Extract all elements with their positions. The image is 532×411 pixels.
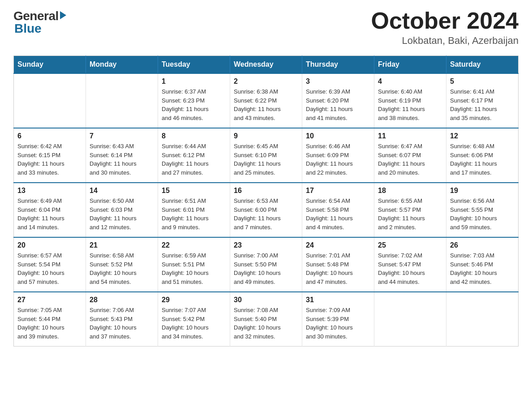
- calendar-cell: 18Sunrise: 6:55 AMSunset: 5:57 PMDayligh…: [374, 183, 446, 237]
- calendar-cell: 12Sunrise: 6:48 AMSunset: 6:06 PMDayligh…: [446, 128, 519, 183]
- day-number: 5: [450, 77, 515, 86]
- calendar-cell: 2Sunrise: 6:38 AMSunset: 6:22 PMDaylight…: [230, 73, 302, 128]
- calendar-week-row: 27Sunrise: 7:05 AMSunset: 5:44 PMDayligh…: [14, 292, 519, 347]
- day-number: 31: [306, 296, 370, 304]
- day-of-week-friday: Friday: [374, 56, 446, 74]
- calendar-cell: 21Sunrise: 6:58 AMSunset: 5:52 PMDayligh…: [86, 237, 158, 292]
- day-info: Sunrise: 6:51 AMSunset: 6:01 PMDaylight:…: [162, 197, 226, 231]
- calendar-week-row: 13Sunrise: 6:49 AMSunset: 6:04 PMDayligh…: [14, 183, 519, 237]
- day-number: 11: [378, 132, 442, 140]
- calendar-cell: 9Sunrise: 6:45 AMSunset: 6:10 PMDaylight…: [230, 128, 302, 183]
- day-number: 13: [17, 187, 82, 195]
- day-number: 12: [450, 132, 515, 140]
- day-of-week-thursday: Thursday: [302, 56, 374, 74]
- day-info: Sunrise: 7:06 AMSunset: 5:43 PMDaylight:…: [90, 306, 154, 341]
- day-info: Sunrise: 6:46 AMSunset: 6:09 PMDaylight:…: [306, 142, 370, 177]
- day-number: 1: [162, 77, 226, 86]
- calendar-cell: 8Sunrise: 6:44 AMSunset: 6:12 PMDaylight…: [158, 128, 230, 183]
- calendar-table: SundayMondayTuesdayWednesdayThursdayFrid…: [13, 56, 519, 347]
- calendar-cell: 11Sunrise: 6:47 AMSunset: 6:07 PMDayligh…: [374, 128, 446, 183]
- day-info: Sunrise: 7:09 AMSunset: 5:39 PMDaylight:…: [306, 306, 370, 341]
- day-number: 21: [90, 241, 154, 249]
- day-number: 18: [378, 187, 442, 195]
- calendar-cell: 7Sunrise: 6:43 AMSunset: 6:14 PMDaylight…: [86, 128, 158, 183]
- day-info: Sunrise: 6:40 AMSunset: 6:19 PMDaylight:…: [378, 87, 442, 122]
- calendar-cell: 15Sunrise: 6:51 AMSunset: 6:01 PMDayligh…: [158, 183, 230, 237]
- calendar-cell: 3Sunrise: 6:39 AMSunset: 6:20 PMDaylight…: [302, 73, 374, 128]
- day-number: 8: [162, 132, 226, 140]
- day-number: 27: [17, 296, 82, 304]
- calendar-week-row: 6Sunrise: 6:42 AMSunset: 6:15 PMDaylight…: [14, 128, 519, 183]
- day-info: Sunrise: 7:07 AMSunset: 5:42 PMDaylight:…: [162, 306, 226, 341]
- logo: General Blue: [13, 9, 66, 36]
- page-header: General Blue October 2024 Lokbatan, Baki…: [13, 9, 519, 47]
- calendar-cell: 31Sunrise: 7:09 AMSunset: 5:39 PMDayligh…: [302, 292, 374, 347]
- day-info: Sunrise: 7:03 AMSunset: 5:46 PMDaylight:…: [450, 251, 515, 286]
- day-info: Sunrise: 6:55 AMSunset: 5:57 PMDaylight:…: [378, 197, 442, 231]
- calendar-cell: 28Sunrise: 7:06 AMSunset: 5:43 PMDayligh…: [86, 292, 158, 347]
- day-number: 24: [306, 241, 370, 249]
- calendar-cell: 26Sunrise: 7:03 AMSunset: 5:46 PMDayligh…: [446, 237, 519, 292]
- day-number: 4: [378, 77, 442, 86]
- logo-blue-text: Blue: [14, 21, 42, 36]
- calendar-cell: [86, 73, 158, 128]
- day-info: Sunrise: 6:48 AMSunset: 6:06 PMDaylight:…: [450, 142, 515, 177]
- day-info: Sunrise: 6:58 AMSunset: 5:52 PMDaylight:…: [90, 251, 154, 286]
- logo-arrow-icon: [60, 11, 66, 19]
- calendar-cell: 6Sunrise: 6:42 AMSunset: 6:15 PMDaylight…: [14, 128, 86, 183]
- day-number: 7: [90, 132, 154, 140]
- calendar-cell: 19Sunrise: 6:56 AMSunset: 5:55 PMDayligh…: [446, 183, 519, 237]
- day-number: 14: [90, 187, 154, 195]
- day-number: 10: [306, 132, 370, 140]
- day-number: 19: [450, 187, 515, 195]
- day-number: 22: [162, 241, 226, 249]
- day-info: Sunrise: 7:08 AMSunset: 5:40 PMDaylight:…: [234, 306, 298, 341]
- day-info: Sunrise: 6:50 AMSunset: 6:03 PMDaylight:…: [90, 197, 154, 231]
- day-info: Sunrise: 6:39 AMSunset: 6:20 PMDaylight:…: [306, 87, 370, 122]
- day-info: Sunrise: 6:56 AMSunset: 5:55 PMDaylight:…: [450, 197, 515, 231]
- day-of-week-sunday: Sunday: [14, 56, 86, 74]
- calendar-cell: 27Sunrise: 7:05 AMSunset: 5:44 PMDayligh…: [14, 292, 86, 347]
- calendar-cell: 30Sunrise: 7:08 AMSunset: 5:40 PMDayligh…: [230, 292, 302, 347]
- calendar-cell: 25Sunrise: 7:02 AMSunset: 5:47 PMDayligh…: [374, 237, 446, 292]
- day-info: Sunrise: 6:42 AMSunset: 6:15 PMDaylight:…: [17, 142, 82, 177]
- day-number: 30: [234, 296, 298, 304]
- day-number: 29: [162, 296, 226, 304]
- day-info: Sunrise: 6:38 AMSunset: 6:22 PMDaylight:…: [234, 87, 298, 122]
- calendar-header-row: SundayMondayTuesdayWednesdayThursdayFrid…: [14, 56, 519, 74]
- day-number: 3: [306, 77, 370, 86]
- day-number: 25: [378, 241, 442, 249]
- calendar-cell: 29Sunrise: 7:07 AMSunset: 5:42 PMDayligh…: [158, 292, 230, 347]
- location-title: Lokbatan, Baki, Azerbaijan: [371, 35, 519, 47]
- calendar-cell: [14, 73, 86, 128]
- calendar-cell: [374, 292, 446, 347]
- day-number: 9: [234, 132, 298, 140]
- day-info: Sunrise: 7:05 AMSunset: 5:44 PMDaylight:…: [17, 306, 82, 341]
- day-info: Sunrise: 6:41 AMSunset: 6:17 PMDaylight:…: [450, 87, 515, 122]
- day-info: Sunrise: 6:37 AMSunset: 6:23 PMDaylight:…: [162, 87, 226, 122]
- calendar-cell: 4Sunrise: 6:40 AMSunset: 6:19 PMDaylight…: [374, 73, 446, 128]
- day-info: Sunrise: 6:43 AMSunset: 6:14 PMDaylight:…: [90, 142, 154, 177]
- day-info: Sunrise: 6:49 AMSunset: 6:04 PMDaylight:…: [17, 197, 82, 231]
- calendar-cell: 16Sunrise: 6:53 AMSunset: 6:00 PMDayligh…: [230, 183, 302, 237]
- calendar-cell: 23Sunrise: 7:00 AMSunset: 5:50 PMDayligh…: [230, 237, 302, 292]
- day-of-week-tuesday: Tuesday: [158, 56, 230, 74]
- day-of-week-wednesday: Wednesday: [230, 56, 302, 74]
- day-of-week-saturday: Saturday: [446, 56, 519, 74]
- calendar-cell: 1Sunrise: 6:37 AMSunset: 6:23 PMDaylight…: [158, 73, 230, 128]
- day-of-week-monday: Monday: [86, 56, 158, 74]
- month-title: October 2024: [371, 9, 519, 32]
- calendar-week-row: 1Sunrise: 6:37 AMSunset: 6:23 PMDaylight…: [14, 73, 519, 128]
- calendar-cell: 13Sunrise: 6:49 AMSunset: 6:04 PMDayligh…: [14, 183, 86, 237]
- day-number: 26: [450, 241, 515, 249]
- calendar-cell: 14Sunrise: 6:50 AMSunset: 6:03 PMDayligh…: [86, 183, 158, 237]
- day-info: Sunrise: 7:00 AMSunset: 5:50 PMDaylight:…: [234, 251, 298, 286]
- day-info: Sunrise: 6:53 AMSunset: 6:00 PMDaylight:…: [234, 197, 298, 231]
- calendar-cell: 17Sunrise: 6:54 AMSunset: 5:58 PMDayligh…: [302, 183, 374, 237]
- day-info: Sunrise: 6:54 AMSunset: 5:58 PMDaylight:…: [306, 197, 370, 231]
- day-number: 17: [306, 187, 370, 195]
- day-number: 28: [90, 296, 154, 304]
- calendar-cell: 22Sunrise: 6:59 AMSunset: 5:51 PMDayligh…: [158, 237, 230, 292]
- day-info: Sunrise: 6:45 AMSunset: 6:10 PMDaylight:…: [234, 142, 298, 177]
- calendar-cell: [446, 292, 519, 347]
